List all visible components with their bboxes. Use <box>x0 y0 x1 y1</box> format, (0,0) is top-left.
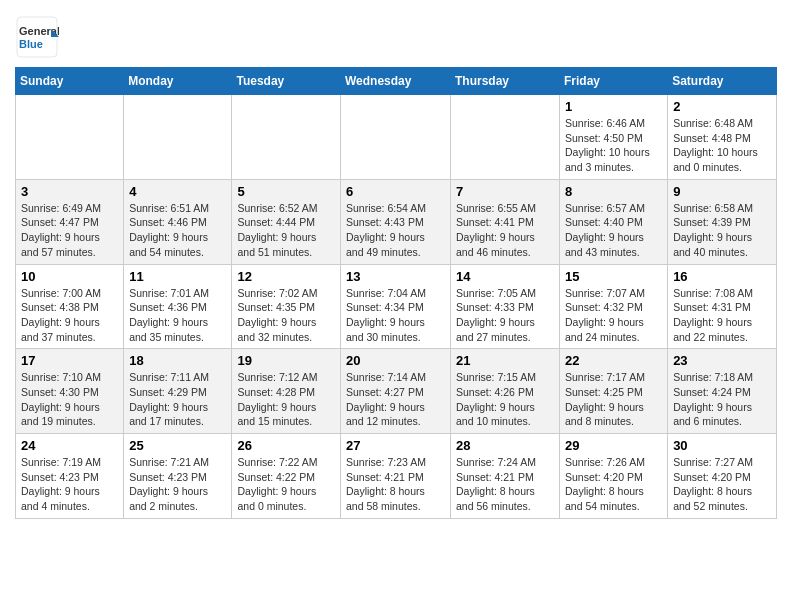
day-number: 26 <box>237 438 335 453</box>
day-info: Sunrise: 6:51 AM Sunset: 4:46 PM Dayligh… <box>129 201 226 260</box>
day-number: 30 <box>673 438 771 453</box>
day-info: Sunrise: 7:00 AM Sunset: 4:38 PM Dayligh… <box>21 286 118 345</box>
day-number: 22 <box>565 353 662 368</box>
day-number: 25 <box>129 438 226 453</box>
calendar-cell: 7Sunrise: 6:55 AM Sunset: 4:41 PM Daylig… <box>451 179 560 264</box>
day-info: Sunrise: 7:08 AM Sunset: 4:31 PM Dayligh… <box>673 286 771 345</box>
day-number: 1 <box>565 99 662 114</box>
day-number: 16 <box>673 269 771 284</box>
weekday-header-row: SundayMondayTuesdayWednesdayThursdayFrid… <box>16 68 777 95</box>
day-info: Sunrise: 7:05 AM Sunset: 4:33 PM Dayligh… <box>456 286 554 345</box>
day-info: Sunrise: 7:12 AM Sunset: 4:28 PM Dayligh… <box>237 370 335 429</box>
week-row-1: 1Sunrise: 6:46 AM Sunset: 4:50 PM Daylig… <box>16 95 777 180</box>
day-number: 10 <box>21 269 118 284</box>
day-number: 29 <box>565 438 662 453</box>
day-info: Sunrise: 6:58 AM Sunset: 4:39 PM Dayligh… <box>673 201 771 260</box>
svg-text:Blue: Blue <box>19 38 43 50</box>
calendar-cell: 17Sunrise: 7:10 AM Sunset: 4:30 PM Dayli… <box>16 349 124 434</box>
calendar-cell <box>451 95 560 180</box>
day-info: Sunrise: 6:57 AM Sunset: 4:40 PM Dayligh… <box>565 201 662 260</box>
day-info: Sunrise: 7:02 AM Sunset: 4:35 PM Dayligh… <box>237 286 335 345</box>
day-info: Sunrise: 7:18 AM Sunset: 4:24 PM Dayligh… <box>673 370 771 429</box>
day-number: 3 <box>21 184 118 199</box>
calendar-cell: 8Sunrise: 6:57 AM Sunset: 4:40 PM Daylig… <box>560 179 668 264</box>
day-number: 21 <box>456 353 554 368</box>
day-info: Sunrise: 6:49 AM Sunset: 4:47 PM Dayligh… <box>21 201 118 260</box>
day-info: Sunrise: 7:21 AM Sunset: 4:23 PM Dayligh… <box>129 455 226 514</box>
calendar-cell: 28Sunrise: 7:24 AM Sunset: 4:21 PM Dayli… <box>451 434 560 519</box>
calendar-cell: 21Sunrise: 7:15 AM Sunset: 4:26 PM Dayli… <box>451 349 560 434</box>
day-info: Sunrise: 7:14 AM Sunset: 4:27 PM Dayligh… <box>346 370 445 429</box>
day-number: 5 <box>237 184 335 199</box>
day-number: 8 <box>565 184 662 199</box>
day-number: 6 <box>346 184 445 199</box>
day-info: Sunrise: 6:52 AM Sunset: 4:44 PM Dayligh… <box>237 201 335 260</box>
calendar-cell: 23Sunrise: 7:18 AM Sunset: 4:24 PM Dayli… <box>668 349 777 434</box>
day-info: Sunrise: 7:19 AM Sunset: 4:23 PM Dayligh… <box>21 455 118 514</box>
day-number: 9 <box>673 184 771 199</box>
day-info: Sunrise: 6:48 AM Sunset: 4:48 PM Dayligh… <box>673 116 771 175</box>
calendar-cell: 12Sunrise: 7:02 AM Sunset: 4:35 PM Dayli… <box>232 264 341 349</box>
day-number: 27 <box>346 438 445 453</box>
calendar-cell: 22Sunrise: 7:17 AM Sunset: 4:25 PM Dayli… <box>560 349 668 434</box>
week-row-3: 10Sunrise: 7:00 AM Sunset: 4:38 PM Dayli… <box>16 264 777 349</box>
calendar-cell: 16Sunrise: 7:08 AM Sunset: 4:31 PM Dayli… <box>668 264 777 349</box>
day-info: Sunrise: 6:46 AM Sunset: 4:50 PM Dayligh… <box>565 116 662 175</box>
day-number: 12 <box>237 269 335 284</box>
weekday-header-friday: Friday <box>560 68 668 95</box>
week-row-4: 17Sunrise: 7:10 AM Sunset: 4:30 PM Dayli… <box>16 349 777 434</box>
day-number: 28 <box>456 438 554 453</box>
calendar-cell <box>124 95 232 180</box>
day-info: Sunrise: 7:04 AM Sunset: 4:34 PM Dayligh… <box>346 286 445 345</box>
day-info: Sunrise: 7:24 AM Sunset: 4:21 PM Dayligh… <box>456 455 554 514</box>
calendar-cell: 29Sunrise: 7:26 AM Sunset: 4:20 PM Dayli… <box>560 434 668 519</box>
logo: General Blue <box>15 15 59 59</box>
day-number: 2 <box>673 99 771 114</box>
day-number: 17 <box>21 353 118 368</box>
calendar-cell: 3Sunrise: 6:49 AM Sunset: 4:47 PM Daylig… <box>16 179 124 264</box>
header: General Blue <box>15 10 777 59</box>
day-number: 11 <box>129 269 226 284</box>
day-info: Sunrise: 6:55 AM Sunset: 4:41 PM Dayligh… <box>456 201 554 260</box>
calendar-cell: 18Sunrise: 7:11 AM Sunset: 4:29 PM Dayli… <box>124 349 232 434</box>
day-info: Sunrise: 7:10 AM Sunset: 4:30 PM Dayligh… <box>21 370 118 429</box>
weekday-header-saturday: Saturday <box>668 68 777 95</box>
calendar-cell: 15Sunrise: 7:07 AM Sunset: 4:32 PM Dayli… <box>560 264 668 349</box>
logo-svg: General Blue <box>15 15 59 59</box>
calendar-cell: 20Sunrise: 7:14 AM Sunset: 4:27 PM Dayli… <box>341 349 451 434</box>
calendar-cell: 11Sunrise: 7:01 AM Sunset: 4:36 PM Dayli… <box>124 264 232 349</box>
day-info: Sunrise: 7:22 AM Sunset: 4:22 PM Dayligh… <box>237 455 335 514</box>
day-info: Sunrise: 7:23 AM Sunset: 4:21 PM Dayligh… <box>346 455 445 514</box>
day-info: Sunrise: 6:54 AM Sunset: 4:43 PM Dayligh… <box>346 201 445 260</box>
day-number: 4 <box>129 184 226 199</box>
calendar-cell: 2Sunrise: 6:48 AM Sunset: 4:48 PM Daylig… <box>668 95 777 180</box>
day-number: 19 <box>237 353 335 368</box>
calendar-cell: 9Sunrise: 6:58 AM Sunset: 4:39 PM Daylig… <box>668 179 777 264</box>
calendar-cell: 4Sunrise: 6:51 AM Sunset: 4:46 PM Daylig… <box>124 179 232 264</box>
day-info: Sunrise: 7:26 AM Sunset: 4:20 PM Dayligh… <box>565 455 662 514</box>
day-info: Sunrise: 7:01 AM Sunset: 4:36 PM Dayligh… <box>129 286 226 345</box>
day-info: Sunrise: 7:17 AM Sunset: 4:25 PM Dayligh… <box>565 370 662 429</box>
day-number: 20 <box>346 353 445 368</box>
calendar-cell: 25Sunrise: 7:21 AM Sunset: 4:23 PM Dayli… <box>124 434 232 519</box>
calendar: SundayMondayTuesdayWednesdayThursdayFrid… <box>15 67 777 519</box>
weekday-header-tuesday: Tuesday <box>232 68 341 95</box>
day-info: Sunrise: 7:27 AM Sunset: 4:20 PM Dayligh… <box>673 455 771 514</box>
day-info: Sunrise: 7:15 AM Sunset: 4:26 PM Dayligh… <box>456 370 554 429</box>
day-number: 24 <box>21 438 118 453</box>
calendar-cell: 6Sunrise: 6:54 AM Sunset: 4:43 PM Daylig… <box>341 179 451 264</box>
calendar-cell: 10Sunrise: 7:00 AM Sunset: 4:38 PM Dayli… <box>16 264 124 349</box>
calendar-cell: 14Sunrise: 7:05 AM Sunset: 4:33 PM Dayli… <box>451 264 560 349</box>
calendar-cell: 26Sunrise: 7:22 AM Sunset: 4:22 PM Dayli… <box>232 434 341 519</box>
calendar-cell: 19Sunrise: 7:12 AM Sunset: 4:28 PM Dayli… <box>232 349 341 434</box>
day-info: Sunrise: 7:11 AM Sunset: 4:29 PM Dayligh… <box>129 370 226 429</box>
calendar-cell <box>341 95 451 180</box>
weekday-header-monday: Monday <box>124 68 232 95</box>
calendar-cell: 24Sunrise: 7:19 AM Sunset: 4:23 PM Dayli… <box>16 434 124 519</box>
calendar-cell: 30Sunrise: 7:27 AM Sunset: 4:20 PM Dayli… <box>668 434 777 519</box>
weekday-header-sunday: Sunday <box>16 68 124 95</box>
calendar-cell: 13Sunrise: 7:04 AM Sunset: 4:34 PM Dayli… <box>341 264 451 349</box>
calendar-cell <box>232 95 341 180</box>
day-number: 18 <box>129 353 226 368</box>
week-row-2: 3Sunrise: 6:49 AM Sunset: 4:47 PM Daylig… <box>16 179 777 264</box>
